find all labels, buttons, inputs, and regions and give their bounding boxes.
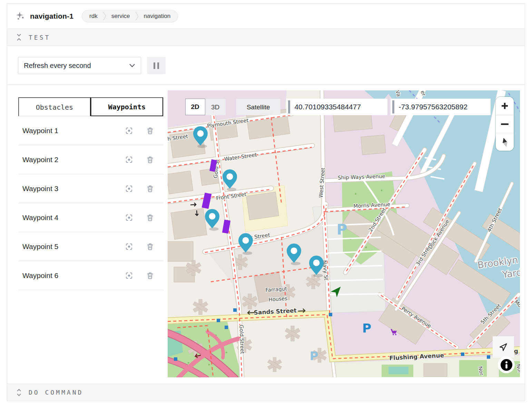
focus-icon [125,214,133,222]
waypoint-label: Waypoint 3 [22,185,112,193]
refresh-rate-select[interactable]: Refresh every second [18,57,141,74]
delete-waypoint-button[interactable] [146,271,154,280]
trash-icon [146,271,154,280]
page-title: navigation-1 [30,12,73,20]
refresh-rate-value: Refresh every second [24,62,91,70]
drag-handle[interactable] [288,100,290,113]
waypoint-row: Waypoint 5 [18,232,163,261]
location-arrow-icon [499,342,508,352]
test-section-label: TEST [29,34,50,41]
focus-waypoint-button[interactable] [125,185,133,193]
map-attribution-button[interactable] [498,356,515,373]
test-section-bar[interactable]: TEST [7,29,525,46]
latitude-field [286,99,387,115]
parking-icon: P [309,349,318,363]
focus-waypoint-button[interactable] [125,242,133,251]
breadcrumb: rdk service navigation [82,10,178,22]
navigation-map[interactable]: h Street Plymouth Street Water Street Fr… [168,90,520,377]
trash-icon [146,242,154,251]
waypoint-label: Waypoint 4 [22,214,112,222]
parking-icon: P [336,221,347,238]
compass-needle-icon [500,137,509,147]
trash-icon [146,156,154,164]
delete-waypoint-button[interactable] [146,156,154,164]
expand-icon [16,389,22,396]
waypoint-row: Waypoint 3 [18,174,163,203]
trash-icon [146,185,154,193]
geolocate-button[interactable] [493,336,514,358]
zoom-out-button[interactable] [496,115,514,133]
pause-icon [154,62,155,69]
waypoints-panel: Obstacles Waypoints Waypoint 1 Waypoint … [18,90,163,377]
main-content: Obstacles Waypoints Waypoint 1 Waypoint … [7,85,525,384]
focus-waypoint-button[interactable] [125,271,133,280]
breadcrumb-item-service: service [106,13,135,20]
longitude-input[interactable] [394,99,490,115]
waypoint-label: Waypoint 5 [22,242,112,251]
plus-icon [501,102,509,110]
zoom-in-button[interactable] [496,97,514,115]
waypoint-label: Waypoint 2 [22,156,112,164]
delete-waypoint-button[interactable] [146,242,154,251]
sparkles-icon [16,12,25,21]
map-dimension-toggle: 2D 3D [185,99,226,115]
map-zoom-control [496,97,514,151]
focus-icon [125,242,133,251]
trash-icon [146,214,154,222]
focus-icon [125,156,133,164]
delete-waypoint-button[interactable] [146,185,154,193]
waypoint-row: Waypoint 4 [18,203,163,232]
do-command-section-bar[interactable]: DO COMMAND [7,384,525,401]
info-icon [500,359,513,371]
chevron-separator-icon [103,12,106,21]
tab-obstacles[interactable]: Obstacles [18,97,91,116]
focus-waypoint-button[interactable] [125,127,133,135]
do-command-label: DO COMMAND [29,389,83,396]
minus-icon [501,120,509,128]
waypoint-row: Waypoint 2 [18,145,163,174]
waypoint-label: Waypoint 6 [22,271,112,280]
latitude-input[interactable] [290,99,387,115]
map-2d-button[interactable]: 2D [185,99,205,115]
satellite-toggle-button[interactable]: Satellite [236,99,280,115]
parking-icon: P [362,321,371,335]
tab-waypoints[interactable]: Waypoints [91,97,163,116]
delete-waypoint-button[interactable] [146,127,154,135]
svg-text:Gold Street: Gold Street [238,325,245,354]
waypoint-row: Waypoint 1 [18,116,163,145]
map-canvas: h Street Plymouth Street Water Street Fr… [168,90,520,377]
map-3d-button[interactable]: 3D [205,99,226,115]
collapse-icon [16,33,22,41]
waypoint-label: Waypoint 1 [22,127,112,135]
chevron-separator-icon [135,12,139,21]
waypoint-row: Waypoint 6 [18,261,163,290]
navigation-card: navigation-1 rdk service navigation TEST… [7,3,525,401]
focus-waypoint-button[interactable] [125,214,133,222]
breadcrumb-item-navigation: navigation [139,13,176,20]
trash-icon [146,127,154,135]
breadcrumb-item-rdk: rdk [84,13,103,20]
page: navigation-1 rdk service navigation TEST… [0,0,532,405]
focus-icon [125,185,133,193]
delete-waypoint-button[interactable] [146,214,154,222]
compass-button[interactable] [496,133,514,151]
svg-text:Houses: Houses [268,295,287,303]
refresh-controls: Refresh every second [7,46,525,85]
focus-waypoint-button[interactable] [125,156,133,164]
card-header: navigation-1 rdk service navigation [7,4,525,29]
panel-tabs: Obstacles Waypoints [18,90,163,116]
pause-button[interactable] [147,57,166,74]
focus-icon [125,127,133,135]
focus-icon [125,271,133,280]
drag-handle[interactable] [392,100,395,113]
chevron-down-icon [129,63,135,68]
longitude-field [391,99,491,115]
